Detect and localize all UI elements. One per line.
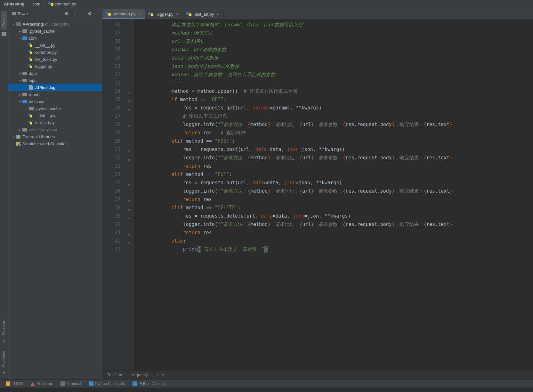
line-number[interactable]: 23 — [102, 79, 121, 87]
breadcrumb-item[interactable]: TestCom — [107, 372, 123, 377]
code-line[interactable]: method = method.upper() # 将请求方法转换成大写 — [137, 87, 533, 95]
fold-mark[interactable]: ⊟ — [127, 156, 132, 164]
code-line[interactable]: else: — [137, 237, 533, 245]
fold-mark[interactable]: ⊟ — [127, 239, 132, 247]
tree-twisty[interactable]: ▸ — [18, 128, 22, 132]
tree-twisty[interactable]: ▸ — [18, 72, 22, 75]
bottom-tab-cons[interactable]: Python Console — [129, 380, 169, 388]
tree-row[interactable]: logger.py — [8, 63, 102, 70]
line-number[interactable]: 35 — [102, 179, 121, 187]
hide-icon[interactable]: — — [94, 11, 100, 16]
tree-twisty[interactable]: ▾ — [18, 100, 22, 103]
line-number[interactable]: 21 — [102, 62, 121, 70]
tree-twisty[interactable]: ▸ — [18, 29, 22, 33]
tree-row[interactable]: ▸.pytest_cache — [8, 105, 102, 112]
code-line[interactable]: return res — [137, 228, 533, 237]
line-number[interactable]: 18 — [102, 37, 121, 45]
fold-mark[interactable]: ⊟ — [127, 214, 132, 222]
fold-mark[interactable]: ⊟ — [127, 197, 132, 205]
line-number[interactable]: 42 — [102, 237, 121, 245]
code-line[interactable]: res = requests.post(url, data=data, json… — [137, 145, 533, 154]
fold-mark[interactable]: ⊟ — [127, 97, 132, 106]
tool-tab-project[interactable]: Project — [1, 11, 7, 29]
fold-mark[interactable]: ⊟ — [127, 230, 132, 239]
bottom-tab-todo[interactable]: TODO — [3, 380, 26, 388]
tree-row[interactable]: ▸report — [8, 91, 102, 98]
tree-twisty[interactable]: ▾ — [11, 22, 16, 26]
tree-row[interactable]: ▾com — [8, 35, 102, 42]
code-line[interactable]: return res — [137, 162, 533, 170]
code-line[interactable]: 请定方法为字符串格式，params、data、json数据可以为空 — [137, 20, 533, 29]
line-number[interactable]: 29 — [102, 129, 121, 137]
tree-twisty[interactable]: ▾ — [18, 36, 22, 40]
line-number[interactable]: 34 — [102, 170, 121, 179]
breadcrumb-item[interactable]: else — [157, 372, 165, 377]
tree-row[interactable]: __init__.py — [8, 112, 102, 119]
tree-twisty[interactable]: ▸ — [18, 93, 22, 96]
tree-row[interactable]: ▾testcase — [8, 98, 102, 105]
code-line[interactable]: data：body中的数据 — [137, 54, 533, 62]
fold-mark[interactable]: ⊟ — [127, 89, 132, 97]
close-icon[interactable]: × — [216, 12, 220, 17]
line-gutter[interactable]: 1617181920212223242526272829303132333435… — [102, 19, 126, 370]
line-number[interactable]: 40 — [102, 220, 121, 228]
code-line[interactable]: # 输出以下日志信息 — [137, 112, 533, 120]
line-number[interactable]: 37 — [102, 195, 121, 204]
editor-tab[interactable]: logger.py× — [145, 9, 183, 19]
tree-row[interactable]: Scratches and Consoles — [8, 140, 102, 147]
line-number[interactable]: 16 — [102, 20, 121, 29]
line-number[interactable]: 30 — [102, 137, 121, 145]
code-line[interactable]: """ — [137, 79, 533, 87]
gear-icon[interactable]: ⚙ — [87, 11, 93, 16]
line-number[interactable]: 28 — [102, 120, 121, 129]
line-number[interactable]: 27 — [102, 112, 121, 120]
tree-row[interactable]: ▾logs — [8, 77, 102, 84]
line-number[interactable]: 39 — [102, 212, 121, 220]
code-editor[interactable]: 请定方法为字符串格式，params、data、json数据可以为空 method… — [133, 19, 533, 370]
code-line[interactable]: if method == "GET": — [137, 95, 533, 104]
line-number[interactable]: 43 — [102, 245, 121, 253]
line-number[interactable]: 17 — [102, 29, 121, 37]
code-line[interactable]: return res # 返回请求 — [137, 129, 533, 137]
line-number[interactable]: 31 — [102, 145, 121, 154]
editor-tab[interactable]: common.py× — [102, 9, 145, 19]
line-number[interactable]: 38 — [102, 204, 121, 212]
tree-row[interactable]: ▸.pytest_cache — [8, 28, 102, 35]
tree-twisty[interactable]: ▸ — [11, 135, 16, 139]
line-number[interactable]: 24 — [102, 87, 121, 95]
code-line[interactable]: res = requests.delete(url, data=data, js… — [137, 212, 533, 220]
code-line[interactable]: params：get请求的参数 — [137, 45, 533, 54]
code-line[interactable]: elif method == "PUT": — [137, 170, 533, 179]
bottom-tab-pkg[interactable]: Python Packages — [86, 380, 128, 388]
breadcrumb-item[interactable]: APItesting — [4, 2, 24, 6]
code-line[interactable]: logger.info(f"请求方法：{method}，请求地址：{url}，请… — [137, 120, 533, 129]
code-line[interactable]: kwargs：其它字典参数，允许传入不定长的参数 — [137, 70, 533, 79]
fold-mark[interactable]: ⊟ — [127, 180, 132, 189]
line-number[interactable]: 22 — [102, 70, 121, 79]
breadcrumb-item[interactable]: com — [32, 2, 40, 6]
bottom-tab-warn[interactable]: Problems — [27, 380, 56, 388]
code-line[interactable]: json：body中json格式的数据 — [137, 62, 533, 70]
tree-twisty[interactable]: ▸ — [24, 107, 28, 110]
bottom-tab-term[interactable]: Terminal — [57, 380, 84, 388]
close-icon[interactable]: × — [137, 11, 141, 17]
tool-tab-structure[interactable]: Structure — [1, 316, 7, 339]
fold-mark[interactable]: ⊟ — [127, 106, 132, 114]
code-line[interactable]: logger.info(f"请求方法：{method}，请求地址：{url}，请… — [137, 187, 533, 195]
breadcrumb-item[interactable]: request() — [132, 372, 149, 377]
tree-row[interactable]: __init__.py — [8, 42, 102, 49]
tool-tab-favorites[interactable]: Favorites — [1, 348, 7, 370]
code-line[interactable]: method：请求方法 — [137, 29, 533, 37]
line-number[interactable]: 20 — [102, 54, 121, 62]
editor-tab[interactable]: test_art.py× — [183, 9, 223, 19]
code-line[interactable]: elif method == "DELETE": — [137, 204, 533, 212]
fold-gutter[interactable]: ⊟⊟⊟⊟⊟⊟⊟⊟⊟⊟⊟⊟ — [126, 19, 133, 370]
breadcrumb-item[interactable]: common.py — [55, 2, 76, 6]
line-number[interactable]: 33 — [102, 162, 121, 170]
fold-mark[interactable]: ⊟ — [127, 122, 132, 131]
code-line[interactable]: url：请求URL — [137, 37, 533, 45]
tree-row[interactable]: common.py — [8, 49, 102, 56]
code-line[interactable]: res = requests.get(url, params=params, *… — [137, 104, 533, 112]
code-line[interactable]: res = requests.put(url, data=data, json=… — [137, 179, 533, 187]
fold-mark[interactable]: ⊟ — [127, 205, 132, 214]
